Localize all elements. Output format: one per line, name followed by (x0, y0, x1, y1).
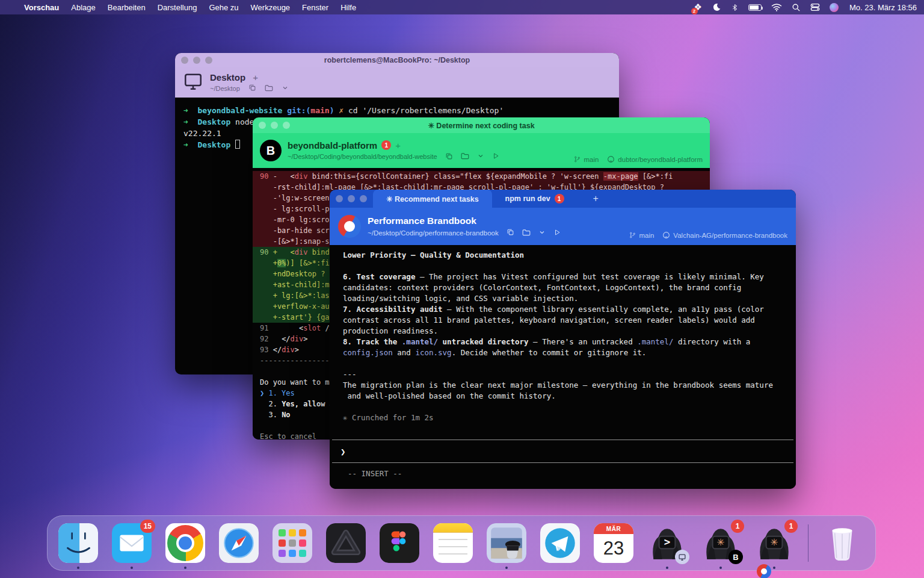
dock-trash[interactable] (822, 523, 862, 563)
running-indicator (773, 567, 775, 569)
terminal-line (343, 402, 786, 412)
dock-finder[interactable] (58, 523, 98, 563)
close-button[interactable] (336, 195, 343, 202)
terminal-line: 6. Test coverage — The project has Vites… (343, 272, 786, 282)
dock-chrome[interactable] (165, 523, 205, 563)
brandbook-logo (338, 215, 361, 238)
menu-item-darstellung[interactable]: Darstellung (152, 3, 203, 12)
terminal-line: ➜ beyondbald-website git:(main) ✗ cd '/U… (183, 105, 611, 116)
close-button[interactable] (259, 122, 266, 129)
tab-recommend-next-tasks[interactable]: ✳ Recommend next tasks (373, 190, 492, 208)
folder-icon[interactable] (461, 152, 469, 161)
dock-figma[interactable] (380, 523, 419, 563)
running-indicator (131, 567, 133, 569)
tab-path: ~/Desktop (210, 85, 240, 92)
claude-swirl-badge: 1 (784, 520, 798, 533)
terminal-line: 90 - <div bind:this={scrollContainer} cl… (253, 171, 710, 182)
window-performance-brandbook: ✳ Recommend next tasks npm run dev 1 + P… (330, 190, 796, 489)
dock-notes[interactable] (433, 523, 473, 563)
claude-b-badge: 1 (731, 520, 744, 533)
green-window-titlebar: ✳ Determine next coding task (253, 117, 710, 133)
tab-badge: 1 (555, 194, 564, 204)
folder-icon[interactable] (522, 229, 531, 237)
dock-launchpad[interactable] (273, 523, 312, 563)
dock-preview[interactable] (487, 523, 526, 563)
project-name[interactable]: beyondbald-platform (288, 140, 377, 151)
menu-item-bearbeiten[interactable]: Bearbeiten (102, 3, 152, 12)
dock-claude-terminal[interactable]: > (647, 523, 687, 563)
zoom-button[interactable] (205, 57, 212, 64)
blue-window-tabbar: ✳ Recommend next tasks npm run dev 1 + (330, 190, 796, 208)
green-window-header: B beyondbald-platform 1 + ~/Desktop/Codi… (253, 133, 710, 168)
dock-separator (808, 524, 808, 562)
git-branch-indicator[interactable]: main (629, 231, 654, 239)
siri-icon[interactable] (830, 3, 839, 12)
dock-mail[interactable]: 15 (112, 523, 152, 563)
project-path: ~/Desktop/Coding/performance-brandbook (368, 229, 499, 237)
tab-name[interactable]: Desktop (210, 72, 245, 82)
chevron-down-icon[interactable] (477, 152, 484, 161)
chevron-down-icon[interactable] (282, 84, 289, 93)
control-center-icon[interactable] (810, 3, 820, 11)
search-icon[interactable] (792, 3, 801, 12)
dropbox-badge: 2 (691, 8, 698, 14)
terminal-prompt[interactable]: ❯ (332, 440, 793, 462)
terminal-line: config.json and icon.svg. Decide whether… (343, 347, 786, 358)
project-path: ~/Desktop/Coding/beyondbald/beyondbald-w… (288, 153, 437, 160)
tab-npm-run-dev[interactable]: npm run dev 1 (492, 190, 578, 208)
git-branch-indicator[interactable]: main (574, 155, 599, 163)
terminal-line: ✳ Crunched for 1m 2s (343, 412, 786, 423)
back-window-titlebar: robertclemens@MacBookPro: ~/Desktop (175, 53, 619, 67)
zoom-button[interactable] (283, 122, 290, 129)
dock-claude-beyondbald[interactable]: 1 ✳ B (701, 523, 741, 563)
folder-icon[interactable] (265, 84, 273, 93)
running-indicator (719, 567, 722, 569)
copy-icon[interactable] (248, 84, 256, 93)
dock-triangle-app[interactable] (326, 523, 366, 563)
green-window-title: ✳ Determine next coding task (428, 121, 534, 130)
terminal-line: candidates: context providers (ColorCont… (343, 282, 786, 293)
menu-item-hilfe[interactable]: Hilfe (334, 3, 362, 12)
new-tab-button[interactable]: + (253, 72, 258, 82)
play-icon[interactable] (492, 152, 499, 161)
dropbox-icon[interactable]: ❖ 2 (694, 2, 702, 13)
minimize-button[interactable] (348, 195, 355, 202)
running-indicator (666, 567, 668, 569)
new-tab-button[interactable]: + (395, 140, 401, 151)
play-icon[interactable] (553, 229, 561, 237)
menu-item-werkzeuge[interactable]: Werkzeuge (245, 3, 297, 12)
new-tab-button[interactable]: + (578, 190, 614, 208)
terminal-line: 8. Track the .mantel/ untracked director… (343, 337, 786, 347)
desktop: Vorschau Ablage Bearbeiten Darstellung G… (0, 0, 924, 578)
chevron-down-icon[interactable] (538, 229, 546, 237)
close-button[interactable] (181, 57, 188, 64)
dock-telegram[interactable] (540, 523, 580, 563)
menu-item-fenster[interactable]: Fenster (296, 3, 334, 12)
menu-item-gehezu[interactable]: Gehe zu (203, 3, 244, 12)
dock-claude-brandbook[interactable]: 1 ✳ (754, 523, 794, 563)
bluetooth-icon[interactable] (731, 3, 739, 12)
copy-icon[interactable] (507, 228, 514, 237)
calendar-day: 23 (594, 534, 633, 563)
zoom-button[interactable] (360, 195, 367, 202)
wifi-icon[interactable] (771, 3, 782, 11)
github-repo-indicator[interactable]: Valchain-AG/performance-brandbook (662, 231, 787, 239)
project-logo: B (260, 140, 282, 161)
menu-item-ablage[interactable]: Ablage (65, 3, 101, 12)
menu-item-app[interactable]: Vorschau (18, 3, 65, 12)
project-name[interactable]: Performance Brandbook (368, 216, 561, 226)
dock-calendar[interactable]: MÄR 23 (594, 523, 633, 563)
github-repo-indicator[interactable]: dubtor/beyondbald-platform (607, 155, 703, 163)
menu-clock[interactable]: Mo. 23. März 18:56 (849, 3, 917, 12)
spark-glyph: ✳ (717, 537, 725, 547)
terminal-line: production readiness. (343, 326, 786, 337)
terminal-line (343, 358, 786, 369)
monitor-icon (182, 71, 204, 94)
dock-safari[interactable] (219, 523, 259, 563)
calendar-month: MÄR (594, 523, 633, 534)
copy-icon[interactable] (445, 152, 453, 161)
focus-moon-icon[interactable] (712, 2, 721, 12)
minimize-button[interactable] (271, 122, 278, 129)
battery-icon[interactable] (748, 4, 762, 11)
minimize-button[interactable] (193, 57, 200, 64)
